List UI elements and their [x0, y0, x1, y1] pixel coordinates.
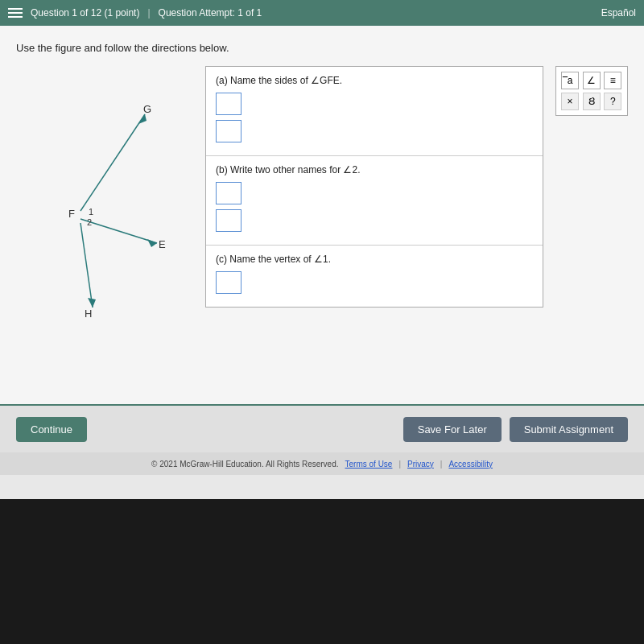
- svg-marker-3: [147, 239, 157, 247]
- angle-symbol-btn[interactable]: ∠: [583, 72, 601, 89]
- figure-area: G F E H 1 2: [16, 66, 193, 375]
- svg-text:G: G: [143, 103, 151, 115]
- copyright-text: © 2021 McGraw-Hill Education. All Rights…: [151, 460, 338, 469]
- svg-line-0: [80, 114, 145, 211]
- svg-text:E: E: [159, 238, 166, 250]
- svg-line-2: [80, 219, 157, 243]
- answer-a-1[interactable]: [216, 93, 242, 115]
- geometry-figure: G F E H 1 2: [16, 66, 193, 372]
- below-screen-area: [0, 499, 644, 644]
- question-b-label: (b) Write two other names for ∠2.: [216, 164, 533, 175]
- copyright-bar: © 2021 McGraw-Hill Education. All Rights…: [0, 452, 644, 475]
- symbol-palette: ̅a ∠ ≡ × Ȣ ?: [555, 66, 628, 116]
- reverse-c-symbol-btn[interactable]: Ȣ: [583, 93, 601, 110]
- continue-button[interactable]: Continue: [16, 417, 87, 442]
- question-a-label: (a) Name the sides of ∠GFE.: [216, 75, 533, 86]
- instruction-text: Use the figure and follow the directions…: [16, 42, 628, 54]
- sidebar-icon-btn[interactable]: ≡: [604, 72, 621, 89]
- question-section-b: (b) Write two other names for ∠2.: [206, 156, 543, 246]
- svg-text:1: 1: [89, 207, 93, 217]
- top-bar: Question 1 of 12 (1 point) | Question At…: [0, 0, 644, 26]
- question-section-c: (c) Name the vertex of ∠1.: [206, 246, 543, 307]
- answer-c-1[interactable]: [216, 271, 242, 294]
- language-toggle[interactable]: Español: [601, 7, 636, 19]
- overline-symbol-btn[interactable]: ̅a: [561, 72, 579, 89]
- submit-assignment-button[interactable]: Submit Assignment: [510, 417, 628, 442]
- privacy-link[interactable]: Privacy: [407, 460, 434, 469]
- attempt-info: Question Attempt: 1 of 1: [159, 7, 262, 19]
- terms-of-use-link[interactable]: Terms of Use: [345, 460, 393, 469]
- question-section-a: (a) Name the sides of ∠GFE.: [206, 67, 543, 156]
- svg-marker-1: [138, 114, 147, 124]
- question-symbol-btn[interactable]: ?: [604, 93, 621, 110]
- svg-line-4: [80, 223, 93, 308]
- questions-area: (a) Name the sides of ∠GFE. (b) Write tw…: [205, 66, 543, 308]
- main-content: Use the figure and follow the directions…: [0, 26, 644, 404]
- svg-text:H: H: [85, 308, 92, 320]
- footer-bar: Continue Save For Later Submit Assignmen…: [0, 404, 644, 452]
- answer-b-1[interactable]: [216, 182, 242, 204]
- question-c-label: (c) Name the vertex of ∠1.: [216, 254, 533, 265]
- content-area: G F E H 1 2 (a) Name the sides of ∠GFE.: [16, 66, 628, 375]
- save-for-later-button[interactable]: Save For Later: [403, 417, 502, 442]
- question-info: Question 1 of 12 (1 point): [31, 7, 139, 19]
- accessibility-link[interactable]: Accessibility: [448, 460, 492, 469]
- multiply-symbol-btn[interactable]: ×: [561, 93, 579, 110]
- svg-text:2: 2: [87, 217, 92, 227]
- svg-text:F: F: [68, 208, 75, 220]
- answer-a-2[interactable]: [216, 120, 242, 142]
- answer-b-2[interactable]: [216, 209, 242, 232]
- hamburger-menu[interactable]: [8, 8, 23, 18]
